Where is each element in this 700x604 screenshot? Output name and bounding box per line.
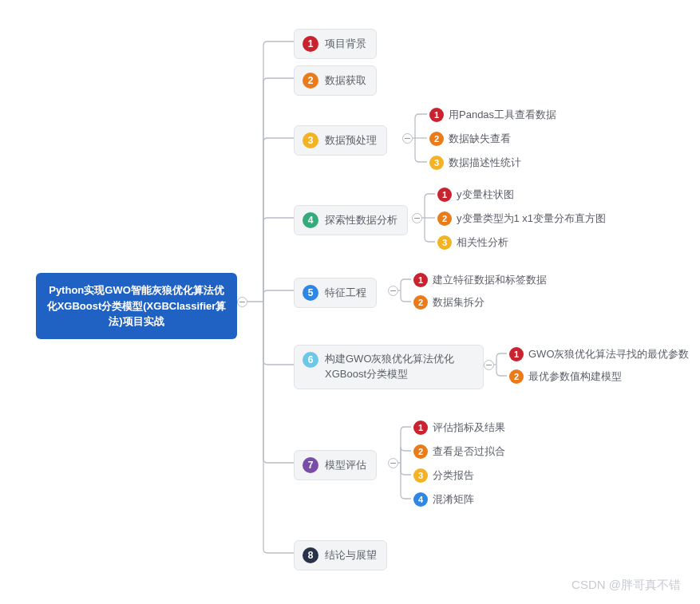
leaf-5-2[interactable]: 2 数据集拆分 (413, 295, 484, 310)
badge-6-2: 2 (509, 369, 524, 384)
label-4: 探索性数据分析 (325, 213, 397, 227)
leaf-7-1[interactable]: 1 评估指标及结果 (413, 420, 505, 435)
badge-5-2: 2 (413, 295, 428, 310)
badge-6: 6 (303, 352, 318, 368)
node-model-evaluation[interactable]: 7 模型评估 (294, 450, 377, 480)
label-6-2: 最优参数值构建模型 (528, 369, 622, 384)
leaf-3-3[interactable]: 3 数据描述性统计 (429, 156, 521, 170)
badge-1: 1 (303, 36, 318, 52)
root-label: Python实现GWO智能灰狼优化算法优化XGBoost分类模型(XGBClas… (47, 284, 227, 327)
badge-8: 8 (303, 547, 318, 563)
label-6: 构建GWO灰狼优化算法优化XGBoost分类模型 (325, 352, 473, 382)
label-4-2: y变量类型为1 x1变量分布直方图 (457, 211, 606, 226)
label-6-1: GWO灰狼优化算法寻找的最优参数 (528, 347, 690, 361)
badge-4-3: 3 (437, 235, 452, 250)
label-7-4: 混淆矩阵 (433, 492, 474, 507)
leaf-3-2[interactable]: 2 数据缺失查看 (429, 132, 511, 146)
leaf-7-4[interactable]: 4 混淆矩阵 (413, 492, 474, 507)
leaf-7-3[interactable]: 3 分类报告 (413, 468, 474, 483)
label-7-2: 查看是否过拟合 (433, 444, 505, 459)
badge-2: 2 (303, 73, 318, 89)
label-5-1: 建立特征数据和标签数据 (433, 273, 547, 287)
node-project-background[interactable]: 1 项目背景 (294, 29, 377, 59)
node-eda[interactable]: 4 探索性数据分析 (294, 205, 408, 235)
toggle-root[interactable] (237, 297, 247, 307)
toggle-6[interactable] (484, 360, 494, 370)
toggle-3[interactable] (402, 133, 413, 144)
root-node[interactable]: Python实现GWO智能灰狼优化算法优化XGBoost分类模型(XGBClas… (36, 273, 237, 339)
badge-4: 4 (303, 212, 318, 228)
badge-5-1: 1 (413, 273, 428, 287)
badge-7-4: 4 (413, 492, 428, 507)
badge-3-3: 3 (429, 156, 444, 170)
watermark: CSDN @胖哥真不错 (571, 578, 681, 593)
node-feature-engineering[interactable]: 5 特征工程 (294, 278, 377, 308)
label-3-3: 数据描述性统计 (449, 156, 521, 170)
label-3: 数据预处理 (325, 133, 377, 148)
leaf-6-1[interactable]: 1 GWO灰狼优化算法寻找的最优参数 (509, 347, 690, 361)
label-7-1: 评估指标及结果 (433, 420, 505, 435)
badge-7: 7 (303, 457, 318, 473)
leaf-6-2[interactable]: 2 最优参数值构建模型 (509, 369, 622, 384)
label-4-3: 相关性分析 (457, 235, 508, 250)
badge-5: 5 (303, 285, 318, 301)
node-build-gwo-xgboost[interactable]: 6 构建GWO灰狼优化算法优化XGBoost分类模型 (294, 345, 484, 389)
badge-3-2: 2 (429, 132, 444, 146)
label-5-2: 数据集拆分 (433, 295, 484, 310)
badge-7-1: 1 (413, 420, 428, 435)
node-data-acquisition[interactable]: 2 数据获取 (294, 65, 377, 96)
badge-7-3: 3 (413, 468, 428, 483)
badge-6-1: 1 (509, 347, 524, 361)
badge-4-2: 2 (437, 211, 452, 226)
leaf-4-2[interactable]: 2 y变量类型为1 x1变量分布直方图 (437, 211, 606, 226)
leaf-5-1[interactable]: 1 建立特征数据和标签数据 (413, 273, 547, 287)
badge-3-1: 1 (429, 108, 444, 122)
node-conclusion[interactable]: 8 结论与展望 (294, 540, 387, 570)
label-7: 模型评估 (325, 458, 366, 472)
toggle-4[interactable] (412, 213, 422, 223)
label-4-1: y变量柱状图 (457, 188, 514, 202)
label-3-1: 用Pandas工具查看数据 (449, 108, 556, 122)
label-8: 结论与展望 (325, 548, 377, 563)
toggle-7[interactable] (388, 458, 398, 468)
leaf-4-1[interactable]: 1 y变量柱状图 (437, 188, 514, 202)
label-7-3: 分类报告 (433, 468, 474, 483)
badge-3: 3 (303, 132, 318, 148)
node-data-preprocessing[interactable]: 3 数据预处理 (294, 125, 387, 156)
toggle-5[interactable] (388, 286, 398, 296)
leaf-7-2[interactable]: 2 查看是否过拟合 (413, 444, 505, 459)
label-1: 项目背景 (325, 37, 366, 51)
leaf-4-3[interactable]: 3 相关性分析 (437, 235, 508, 250)
label-3-2: 数据缺失查看 (449, 132, 511, 146)
badge-7-2: 2 (413, 444, 428, 459)
badge-4-1: 1 (437, 188, 452, 202)
label-5: 特征工程 (325, 286, 366, 300)
leaf-3-1[interactable]: 1 用Pandas工具查看数据 (429, 108, 556, 122)
label-2: 数据获取 (325, 73, 366, 88)
